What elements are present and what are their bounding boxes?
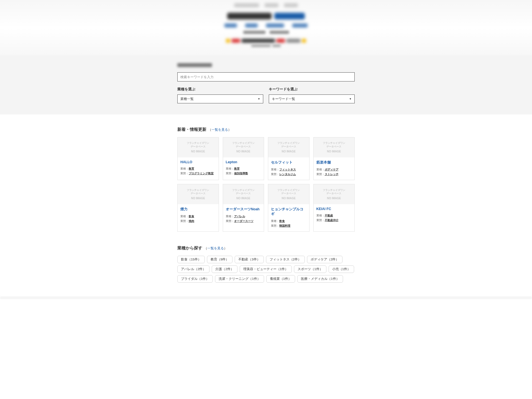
card-industry-link[interactable]: 不動産 xyxy=(325,214,333,217)
bottom-blur xyxy=(0,296,532,299)
industry-tag[interactable]: 小売（1件） xyxy=(329,265,354,273)
industry-tag[interactable]: 洗濯・クリーニング（1件） xyxy=(215,275,264,283)
industry-tags: 飲食（15件）教育（9件）不動産（3件）フィットネス（2件）ボディケア（2件）ア… xyxy=(177,256,355,283)
search-input[interactable] xyxy=(177,72,355,81)
card-category-link[interactable]: オーダースーツ xyxy=(234,219,254,222)
card-item[interactable]: フランチャイズワンデータベースNO IMAGEHALLO業種：教育業態：プログラ… xyxy=(177,137,219,180)
card-grid: フランチャイズワンデータベースNO IMAGEHALLO業種：教育業態：プログラ… xyxy=(177,137,355,232)
card-industry-link[interactable]: アパレル xyxy=(234,215,245,218)
main-content: 新着・情報更新 （一覧を見る） フランチャイズワンデータベースNO IMAGEH… xyxy=(0,114,532,291)
card-item[interactable]: フランチャイズワンデータベースNO IMAGELepton業種：教育業態：個別指… xyxy=(223,137,264,180)
card-title: HALLO xyxy=(180,160,216,164)
industry-tag[interactable]: 飲食（15件） xyxy=(177,256,205,263)
new-section-link[interactable]: （一覧を見る） xyxy=(208,127,231,132)
industry-tag[interactable]: アパレル（2件） xyxy=(177,265,209,273)
card-noimage: フランチャイズワンデータベースNO IMAGE xyxy=(314,137,355,157)
card-category-link[interactable]: 個別指導塾 xyxy=(234,172,248,175)
card-industry-link[interactable]: 飲食 xyxy=(279,219,285,222)
card-item[interactable]: フランチャイズワンデータベースNO IMAGEKEIAI FC業種：不動産業態：… xyxy=(313,184,355,232)
chevron-down-icon: ▼ xyxy=(349,98,352,100)
keyword-select-value: キーワード一覧 xyxy=(272,97,295,101)
industry-tag[interactable]: 理美容・ビューティー（1件） xyxy=(240,265,292,273)
card-category-link[interactable]: レンタルジム xyxy=(279,173,296,176)
keyword-select[interactable]: キーワード一覧 ▼ xyxy=(269,94,355,103)
card-title: セルフィット xyxy=(271,160,306,165)
card-noimage: フランチャイズワンデータベースNO IMAGE xyxy=(314,184,355,204)
card-industry-link[interactable]: 教育 xyxy=(189,167,194,170)
card-item[interactable]: フランチャイズワンデータベースNO IMAGEヒョンチャンプルコギ業種：飲食業態… xyxy=(268,184,310,232)
industry-select-value: 業種一覧 xyxy=(180,97,194,101)
industry-tag[interactable]: 介護（2件） xyxy=(212,265,237,273)
industry-filter-label: 業種を選ぶ xyxy=(177,87,263,92)
keyword-filter-label: キーワードを選ぶ xyxy=(269,87,355,92)
card-item[interactable]: フランチャイズワンデータベースNO IMAGE筋楽本舗業種：ボディケア業態：スト… xyxy=(313,137,355,180)
industry-section-title: 業種から探す xyxy=(177,245,202,251)
card-noimage: フランチャイズワンデータベースNO IMAGE xyxy=(223,137,264,157)
industry-tag[interactable]: フィットネス（2件） xyxy=(266,256,305,263)
card-title: 煙力 xyxy=(180,207,216,212)
search-section: 業種を選ぶ 業種一覧 ▼ キーワードを選ぶ キーワード一覧 ▼ xyxy=(0,55,532,114)
card-category-link[interactable]: プログラミング教室 xyxy=(189,172,214,175)
search-title-blurred xyxy=(177,63,355,68)
industry-section-link[interactable]: （一覧を見る） xyxy=(204,246,227,251)
industry-tag[interactable]: ブライダル（1件） xyxy=(177,275,213,283)
card-noimage: フランチャイズワンデータベースNO IMAGE xyxy=(268,137,309,157)
card-noimage: フランチャイズワンデータベースNO IMAGE xyxy=(268,184,309,204)
card-item[interactable]: フランチャイズワンデータベースNO IMAGEオーダースーツNoah業種：アパレ… xyxy=(223,184,264,232)
card-industry-link[interactable]: 飲食 xyxy=(189,215,194,218)
card-category-link[interactable]: ストレッチ xyxy=(325,173,339,176)
card-noimage: フランチャイズワンデータベースNO IMAGE xyxy=(178,137,219,157)
industry-tag[interactable]: 不動産（3件） xyxy=(235,256,264,263)
card-title: ヒョンチャンプルコギ xyxy=(271,207,306,216)
industry-tag[interactable]: 医療・メディカル（1件） xyxy=(297,275,343,283)
card-industry-link[interactable]: ボディケア xyxy=(325,168,339,171)
card-title: KEIAI FC xyxy=(316,207,352,211)
card-title: 筋楽本舗 xyxy=(316,160,352,165)
card-category-link[interactable]: 焼肉 xyxy=(189,219,194,222)
card-title: オーダースーツNoah xyxy=(226,207,261,212)
header-blurred xyxy=(0,0,532,55)
card-title: Lepton xyxy=(226,160,261,164)
card-category-link[interactable]: 不動産仲介 xyxy=(325,219,339,222)
new-section-title: 新着・情報更新 xyxy=(177,127,206,132)
card-noimage: フランチャイズワンデータベースNO IMAGE xyxy=(178,184,219,204)
industry-tag[interactable]: 教育（9件） xyxy=(207,256,232,263)
chevron-down-icon: ▼ xyxy=(258,98,260,100)
card-industry-link[interactable]: フィットネス xyxy=(279,168,296,171)
card-noimage: フランチャイズワンデータベースNO IMAGE xyxy=(223,184,264,204)
card-item[interactable]: フランチャイズワンデータベースNO IMAGEセルフィット業種：フィットネス業態… xyxy=(268,137,310,180)
industry-tag[interactable]: 養殖業（1件） xyxy=(266,275,295,283)
card-industry-link[interactable]: 教育 xyxy=(234,167,240,170)
card-item[interactable]: フランチャイズワンデータベースNO IMAGE煙力業種：飲食業態：焼肉 xyxy=(177,184,219,232)
card-category-link[interactable]: 韓国料理 xyxy=(279,224,290,227)
industry-tag[interactable]: スポーツ（1件） xyxy=(294,265,326,273)
industry-select[interactable]: 業種一覧 ▼ xyxy=(177,94,263,103)
industry-tag[interactable]: ボディケア（2件） xyxy=(307,256,342,263)
